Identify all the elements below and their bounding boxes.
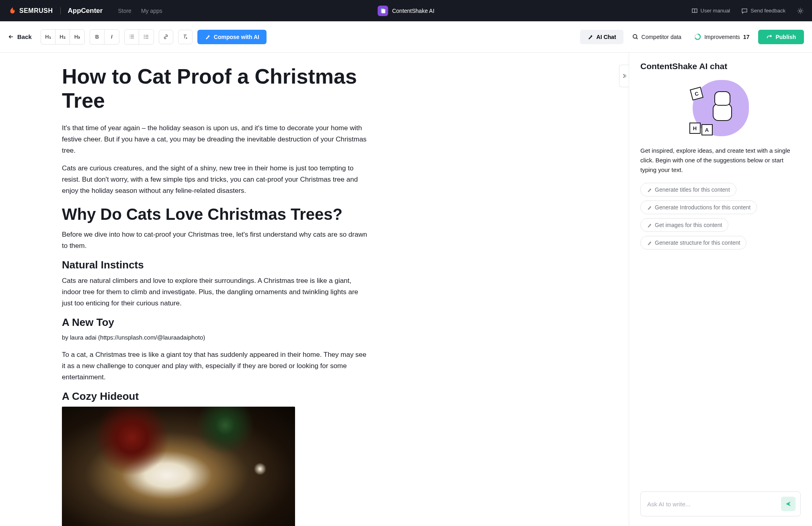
paragraph[interactable]: Before we dive into how to cat-proof you… [62,229,367,252]
list-group [124,29,154,45]
current-app[interactable]: ContentShake AI [377,6,434,16]
heading-3[interactable]: A New Toy [62,316,367,329]
semrush-logo[interactable]: SEMRUSH [8,6,53,15]
toolbar-right: AI Chat Competitor data Improvements 17 … [580,30,804,44]
publish-label: Publish [775,34,796,40]
back-label: Back [17,33,32,40]
chat-input-box [640,491,801,516]
suggestion-text: Generate Introductions for this content [655,204,750,211]
clear-format-button[interactable] [178,30,193,44]
ai-chat-panel: ContentShake AI chat C H A Get inspired,… [629,53,812,526]
italic-button[interactable]: I [105,30,119,44]
suggestion-text: Generate structure for this content [655,239,740,246]
chat-title: ContentShake AI chat [640,61,801,71]
divider [60,7,61,14]
magic-wand-icon [647,240,652,246]
publish-button[interactable]: Publish [758,30,804,44]
send-feedback-link[interactable]: Send feedback [741,8,785,14]
editor-toolbar: Back H₁ H₂ H₃ B I Compose with AI AI [0,21,812,53]
nav-myapps[interactable]: My apps [141,8,162,14]
editor-pane[interactable]: How to Cat Proof a Christmas Tree It's t… [0,53,619,526]
heading-3[interactable]: A Cozy Hideout [62,390,367,403]
svg-point-5 [144,38,145,39]
h2-button[interactable]: H₂ [55,30,70,44]
back-button[interactable]: Back [8,33,32,40]
link-button[interactable] [159,30,173,44]
send-button[interactable] [781,497,796,511]
chat-body: C H A Get inspired, explore ideas, and c… [629,76,812,484]
paragraph[interactable]: Cats are curious creatures, and the sigh… [62,163,367,196]
app-name: ContentShake AI [392,8,434,14]
suggestions-list: Generate titles for this contentGenerate… [640,183,801,254]
h3-button[interactable]: H₃ [70,30,84,44]
magic-wand-icon [647,223,652,228]
comment-icon [741,8,748,14]
bullet-list-button[interactable] [139,30,154,44]
suggestion-chip[interactable]: Generate structure for this content [640,236,746,250]
user-manual-text: User manual [701,8,730,14]
image-caption[interactable]: by laura adai (https://unsplash.com/@lau… [62,333,367,343]
brand-text: SEMRUSH [19,7,53,14]
app-header: SEMRUSH AppCenter Store My apps ContentS… [0,0,812,21]
format-group: B I [90,29,119,45]
paragraph[interactable]: To a cat, a Christmas tree is like a gia… [62,349,367,383]
improvements-button[interactable]: Improvements 17 [690,33,753,40]
improvements-label: Improvements [704,34,740,40]
collapse-sidebar-button[interactable] [619,65,629,87]
send-feedback-text: Send feedback [750,8,785,14]
paragraph[interactable]: It's that time of year again – the holid… [62,123,367,156]
user-manual-link[interactable]: User manual [691,8,730,14]
book-icon [691,8,698,14]
header-right: User manual Send feedback [691,7,804,14]
chat-input[interactable] [647,501,781,508]
chat-header: ContentShake AI chat [629,53,812,76]
compose-label: Compose with AI [214,34,259,40]
ordered-list-button[interactable] [125,30,139,44]
main-split: How to Cat Proof a Christmas Tree It's t… [0,53,812,526]
svg-rect-1 [381,9,385,13]
h1-button[interactable]: H₁ [41,30,55,44]
competitor-data-button[interactable]: Competitor data [628,34,686,40]
svg-point-3 [144,35,145,36]
ai-chat-button[interactable]: AI Chat [580,30,623,44]
editor-content[interactable]: How to Cat Proof a Christmas Tree It's t… [62,65,367,526]
magic-wand-icon [205,34,211,40]
article-image[interactable] [62,407,295,526]
robot-illustration: C H A [693,80,749,136]
svg-point-2 [799,10,801,12]
paragraph[interactable]: Cats are natural climbers and love to ex… [62,275,367,309]
suggestion-chip[interactable]: Generate titles for this content [640,183,736,196]
nav-links: Store My apps [118,8,162,14]
heading-3[interactable]: Natural Instincts [62,259,367,271]
competitor-label: Competitor data [642,34,682,40]
nav-store[interactable]: Store [118,8,131,14]
article-title[interactable]: How to Cat Proof a Christmas Tree [62,65,367,113]
share-icon [766,34,772,40]
magic-wand-icon [587,34,593,40]
suggestion-chip[interactable]: Get images for this content [640,218,728,232]
ai-chat-label: AI Chat [597,34,616,40]
improvements-count: 17 [743,34,750,40]
suggestion-chip[interactable]: Generate Introductions for this content [640,201,757,214]
suggestion-text: Generate titles for this content [655,186,730,193]
magic-wand-icon [647,205,652,210]
app-icon [377,6,388,16]
settings-icon[interactable] [797,7,804,14]
logo-section: SEMRUSH AppCenter [8,6,103,15]
compose-ai-button[interactable]: Compose with AI [197,30,267,44]
search-icon [632,34,638,40]
progress-icon [694,33,701,40]
heading-group: H₁ H₂ H₃ [41,29,85,45]
heading-2[interactable]: Why Do Cats Love Christmas Trees? [62,205,367,223]
svg-point-4 [144,37,145,37]
chat-input-area [629,484,812,526]
magic-wand-icon [647,187,652,192]
appcenter-label[interactable]: AppCenter [68,7,103,15]
svg-point-6 [633,35,636,38]
flame-icon [8,6,17,15]
bold-button[interactable]: B [90,30,105,44]
suggestion-text: Get images for this content [655,222,722,228]
chat-intro: Get inspired, explore ideas, and create … [640,146,801,175]
